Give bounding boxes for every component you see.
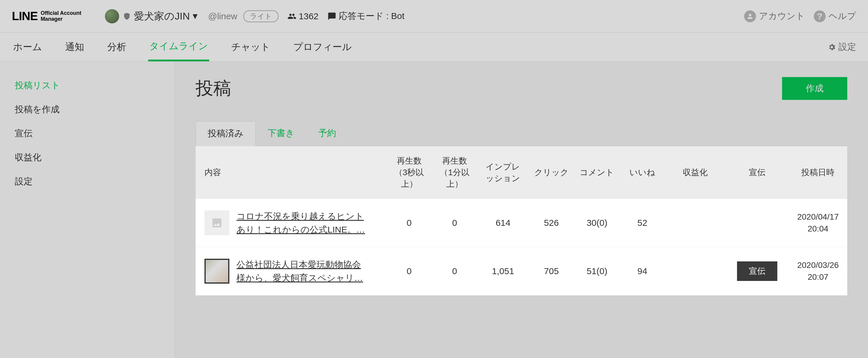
post-tabs: 投稿済み 下書き 予約 <box>195 121 847 146</box>
plan-badge: ライト <box>243 10 279 22</box>
caret-down-icon[interactable]: ▼ <box>191 11 199 21</box>
cell-plays3s: 0 <box>386 199 432 247</box>
table-row: 公益社団法人日本愛玩動物協会様から、愛犬飼育スペシャリ… 0 0 1,051 7… <box>195 247 847 295</box>
nav-settings[interactable]: 設定 <box>828 41 856 53</box>
promote-button[interactable]: 宣伝 <box>737 261 777 281</box>
cell-likes: 94 <box>620 247 665 295</box>
global-header: LINE Official Account Manager 愛犬家のJIN ▼ … <box>0 0 868 33</box>
cell-impressions: 1,051 <box>477 247 529 295</box>
post-title-link[interactable]: コロナ不況を乗り越えるヒントあり！これからの公式LINE。… <box>237 210 367 236</box>
th-plays-1m[interactable]: 再生数（1分以上） <box>432 146 477 199</box>
tab-scheduled[interactable]: 予約 <box>306 121 348 146</box>
create-button[interactable]: 作成 <box>782 77 847 100</box>
th-impressions[interactable]: インプレッション <box>477 146 529 199</box>
cell-plays1m: 0 <box>432 247 477 295</box>
account-name[interactable]: 愛犬家のJIN <box>134 9 190 23</box>
posts-table: 内容 再生数（3秒以上） 再生数（1分以上） インプレッション クリック コメン… <box>195 146 847 296</box>
cell-monetize <box>665 199 726 247</box>
help-link[interactable]: ? ヘルプ <box>814 10 856 22</box>
sidebar-item-monetize[interactable]: 収益化 <box>0 146 175 170</box>
sidebar: 投稿リスト 投稿を作成 宣伝 収益化 設定 <box>0 62 175 358</box>
page-title: 投稿 <box>195 77 231 100</box>
help-icon: ? <box>814 10 826 22</box>
user-icon <box>744 10 756 22</box>
cell-posted-at: 2020/03/26 20:07 <box>788 247 847 295</box>
logo-line: LINE <box>12 9 38 23</box>
nav-chat[interactable]: チャット <box>230 33 272 61</box>
table-row: コロナ不況を乗り越えるヒントあり！これからの公式LINE。… 0 0 614 5… <box>195 199 847 247</box>
cell-comments: 51(0) <box>574 247 620 295</box>
posts-table-wrap: 内容 再生数（3秒以上） 再生数（1分以上） インプレッション クリック コメン… <box>195 146 847 296</box>
sidebar-item-promote[interactable]: 宣伝 <box>0 121 175 146</box>
sidebar-item-settings[interactable]: 設定 <box>0 170 175 193</box>
tab-draft[interactable]: 下書き <box>256 121 306 146</box>
th-monetize[interactable]: 収益化 <box>665 146 726 199</box>
cell-monetize <box>665 247 726 295</box>
tab-posted[interactable]: 投稿済み <box>195 121 256 146</box>
th-promote[interactable]: 宣伝 <box>726 146 789 199</box>
cell-impressions: 614 <box>477 199 529 247</box>
cell-promote: 宣伝 <box>726 247 789 295</box>
logo-subtitle: Official Account Manager <box>40 10 81 22</box>
cell-clicks: 705 <box>529 247 574 295</box>
cell-promote <box>726 199 789 247</box>
chat-icon <box>328 12 336 21</box>
main-content: 投稿 作成 投稿済み 下書き 予約 内容 <box>175 62 868 358</box>
followers-count: 1362 <box>287 11 318 21</box>
cell-clicks: 526 <box>529 199 574 247</box>
image-placeholder-icon <box>211 217 223 229</box>
th-comments[interactable]: コメント <box>574 146 620 199</box>
nav-home[interactable]: ホーム <box>12 33 43 61</box>
main-nav: ホーム 通知 分析 タイムライン チャット プロフィール 設定 <box>0 33 868 62</box>
account-handle: @linew <box>208 11 237 21</box>
sidebar-item-create-post[interactable]: 投稿を作成 <box>0 97 175 121</box>
cell-likes: 52 <box>620 199 665 247</box>
nav-notifications[interactable]: 通知 <box>64 33 85 61</box>
nav-profile[interactable]: プロフィール <box>292 33 353 61</box>
th-plays-3s[interactable]: 再生数（3秒以上） <box>386 146 432 199</box>
account-avatar[interactable] <box>105 9 119 23</box>
cell-posted-at: 2020/04/17 20:04 <box>788 199 847 247</box>
response-mode: 応答モード : Bot <box>328 10 404 22</box>
cell-comments: 30(0) <box>574 199 620 247</box>
sidebar-item-post-list[interactable]: 投稿リスト <box>0 73 175 97</box>
gear-icon <box>828 43 836 51</box>
nav-analytics[interactable]: 分析 <box>106 33 127 61</box>
post-thumbnail <box>205 210 229 235</box>
th-posted-at[interactable]: 投稿日時 <box>788 146 847 199</box>
post-title-link[interactable]: 公益社団法人日本愛玩動物協会様から、愛犬飼育スペシャリ… <box>237 258 367 285</box>
people-icon <box>287 12 296 21</box>
th-likes[interactable]: いいね <box>620 146 665 199</box>
th-clicks[interactable]: クリック <box>529 146 574 199</box>
cell-plays1m: 0 <box>432 199 477 247</box>
post-thumbnail <box>205 259 229 284</box>
nav-timeline[interactable]: タイムライン <box>148 33 209 61</box>
shield-icon <box>123 12 131 21</box>
account-menu[interactable]: アカウント <box>744 10 805 22</box>
th-content[interactable]: 内容 <box>195 146 386 199</box>
cell-plays3s: 0 <box>386 247 432 295</box>
